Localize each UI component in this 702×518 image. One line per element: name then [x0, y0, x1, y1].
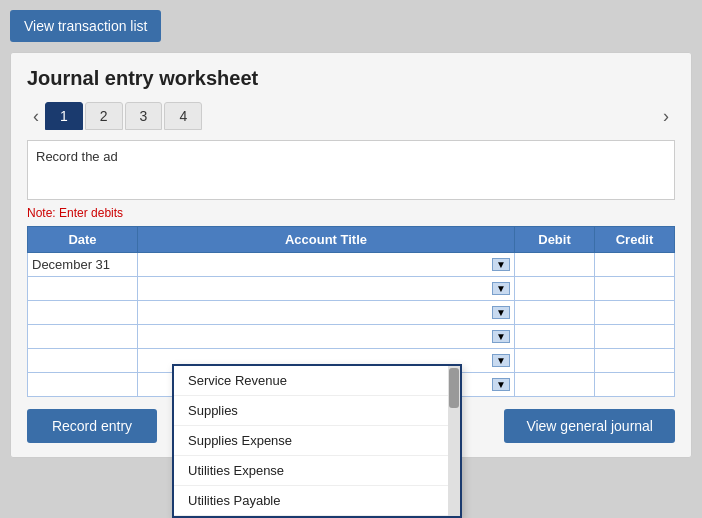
credit-cell-2	[595, 277, 675, 301]
tab-2[interactable]: 2	[85, 102, 123, 130]
dropdown-arrow-2[interactable]: ▼	[492, 282, 510, 295]
account-cell-2: ▼	[138, 277, 515, 301]
credit-input-4[interactable]	[599, 330, 670, 344]
table-row: ▼	[28, 301, 675, 325]
debit-input-3[interactable]	[519, 306, 590, 320]
prev-tab-button[interactable]: ‹	[27, 106, 45, 127]
table-row: ▼	[28, 325, 675, 349]
credit-input-5[interactable]	[599, 354, 670, 368]
account-input-1[interactable]	[142, 258, 492, 272]
dropdown-item-service-revenue[interactable]: Service Revenue	[174, 366, 460, 396]
credit-input-6[interactable]	[599, 378, 670, 392]
tab-1[interactable]: 1	[45, 102, 83, 130]
table-row: ▼	[28, 277, 675, 301]
tab-4[interactable]: 4	[164, 102, 202, 130]
dropdown-item-utilities-payable[interactable]: Utilities Payable	[174, 486, 460, 516]
view-general-journal-button[interactable]: View general journal	[504, 409, 675, 443]
credit-cell-3	[595, 301, 675, 325]
tabs-row: ‹ 1 2 3 4 ›	[27, 102, 675, 130]
debit-input-6[interactable]	[519, 378, 590, 392]
dropdown-arrow-3[interactable]: ▼	[492, 306, 510, 319]
date-cell-5	[28, 349, 138, 373]
debit-cell-4	[515, 325, 595, 349]
account-dropdown-menu: Service Revenue Supplies Supplies Expens…	[172, 364, 462, 518]
col-credit: Credit	[595, 227, 675, 253]
dropdown-item-utilities-expense[interactable]: Utilities Expense	[174, 456, 460, 486]
credit-input-1[interactable]	[599, 258, 670, 272]
debit-cell-2	[515, 277, 595, 301]
scrollbar-thumb	[449, 368, 459, 408]
account-cell-4: ▼	[138, 325, 515, 349]
debit-input-5[interactable]	[519, 354, 590, 368]
date-cell-6	[28, 373, 138, 397]
table-row: December 31 ▼	[28, 253, 675, 277]
tab-3[interactable]: 3	[125, 102, 163, 130]
date-cell-1: December 31	[28, 253, 138, 277]
date-cell-3	[28, 301, 138, 325]
table-container: Date Account Title Debit Credit December…	[27, 226, 675, 397]
description-text: Record the ad	[36, 149, 118, 164]
debit-input-4[interactable]	[519, 330, 590, 344]
page-title: Journal entry worksheet	[27, 67, 675, 90]
col-account: Account Title	[138, 227, 515, 253]
record-entry-button[interactable]: Record entry	[27, 409, 157, 443]
view-transaction-list-button[interactable]: View transaction list	[10, 10, 161, 42]
dropdown-arrow-1[interactable]: ▼	[492, 258, 510, 271]
credit-input-2[interactable]	[599, 282, 670, 296]
account-cell-1: ▼	[138, 253, 515, 277]
dropdown-item-supplies-expense[interactable]: Supplies Expense	[174, 426, 460, 456]
account-cell-3: ▼	[138, 301, 515, 325]
col-debit: Debit	[515, 227, 595, 253]
description-box: Record the ad	[27, 140, 675, 200]
credit-cell-4	[595, 325, 675, 349]
debit-cell-3	[515, 301, 595, 325]
next-tab-button[interactable]: ›	[657, 106, 675, 127]
col-date: Date	[28, 227, 138, 253]
credit-input-3[interactable]	[599, 306, 670, 320]
credit-cell-6	[595, 373, 675, 397]
date-cell-2	[28, 277, 138, 301]
account-input-3[interactable]	[142, 306, 492, 320]
dropdown-arrow-5[interactable]: ▼	[492, 354, 510, 367]
main-card: Journal entry worksheet ‹ 1 2 3 4 › Reco…	[10, 52, 692, 458]
credit-cell-5	[595, 349, 675, 373]
debit-input-1[interactable]	[519, 258, 590, 272]
dropdown-arrow-4[interactable]: ▼	[492, 330, 510, 343]
dropdown-item-supplies[interactable]: Supplies	[174, 396, 460, 426]
debit-cell-6	[515, 373, 595, 397]
date-cell-4	[28, 325, 138, 349]
debit-cell-5	[515, 349, 595, 373]
credit-cell-1	[595, 253, 675, 277]
account-input-4[interactable]	[142, 330, 492, 344]
dropdown-arrow-6[interactable]: ▼	[492, 378, 510, 391]
dropdown-scrollbar	[448, 366, 460, 516]
note-text: Note: Enter debits	[27, 206, 675, 220]
account-input-2[interactable]	[142, 282, 492, 296]
debit-cell-1	[515, 253, 595, 277]
debit-input-2[interactable]	[519, 282, 590, 296]
